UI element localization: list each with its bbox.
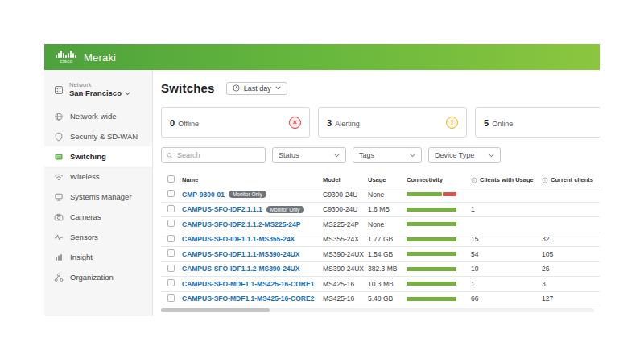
meraki-wordmark: Meraki <box>84 51 116 64</box>
row-checkbox[interactable] <box>167 294 175 302</box>
connectivity-bar <box>407 282 456 286</box>
status-card-online[interactable]: 5Online ✓ <box>475 107 600 138</box>
row-name-link[interactable]: CAMPUS-SFO-MDF1.1-MS425-16-CORE2 <box>182 294 314 302</box>
monitor-only-badge: Monitor Only <box>266 206 304 213</box>
row-checkbox[interactable] <box>167 249 175 257</box>
current-clients-info-icon[interactable] <box>542 177 548 183</box>
clock-icon <box>233 84 240 92</box>
sidebar-item-switching[interactable]: Switching <box>44 146 152 167</box>
sidebar-item-security-sdwan[interactable]: Security & SD-WAN <box>44 126 152 146</box>
cell-current-clients: 3 <box>542 280 600 288</box>
status-card-offline[interactable]: 0Offline × <box>161 107 310 138</box>
camera-icon <box>54 212 64 222</box>
column-header-connectivity[interactable]: Connectivity <box>407 176 471 183</box>
status-cards: 0Offline × 3Alerting ! 5Online ✓ <box>161 107 600 138</box>
status-card-alerting[interactable]: 3Alerting ! <box>318 107 467 138</box>
table-row[interactable]: CAMPUS-SFO-IDF1.1.2-MS390-24UX MS390-24U… <box>161 262 600 278</box>
network-selector[interactable]: Network San Francisco <box>44 76 152 106</box>
cell-model: MS390-24UX <box>323 265 368 273</box>
row-name-link[interactable]: CAMPUS-SFO-MDF1.1-MS425-16-CORE1 <box>182 280 314 288</box>
horizontal-scrollbar-track[interactable] <box>161 308 594 312</box>
row-checkbox[interactable] <box>167 235 175 242</box>
connectivity-segment <box>407 297 456 301</box>
row-name-link[interactable]: CMP-9300-01 <box>182 191 225 199</box>
sidebar-item-systems-manager[interactable]: Systems Manager <box>44 187 152 207</box>
row-checkbox[interactable] <box>167 265 175 272</box>
devices-icon <box>54 192 64 202</box>
horizontal-scrollbar-thumb[interactable] <box>161 308 270 312</box>
sidebar-item-sensors[interactable]: Sensors <box>44 227 152 247</box>
row-name-link[interactable]: CAMPUS-SFO-IDF1.1.1-MS390-24UX <box>182 250 299 258</box>
sidebar-item-network-wide[interactable]: Network-wide <box>44 106 152 126</box>
sidebar: Network San Francisco Network-wide <box>44 70 153 316</box>
search-input[interactable] <box>177 151 260 159</box>
filters-bar: Status Tags Device Type <box>161 147 600 163</box>
clients-info-icon[interactable] <box>471 177 477 183</box>
row-checkbox[interactable] <box>167 220 175 227</box>
cell-model: C9300-24U <box>323 205 368 213</box>
organization-icon <box>54 273 64 282</box>
sidebar-item-cameras[interactable]: Cameras <box>44 207 152 227</box>
table-row[interactable]: CAMPUS-SFO-IDF1.1.1-MS355-24X MS355-24X … <box>161 232 600 248</box>
table-row[interactable]: CAMPUS-SFO-IDF1.1.1-MS390-24UX MS390-24U… <box>161 247 600 262</box>
table-row[interactable]: CAMPUS-SFO-MDF1.1-MS425-16-CORE2 MS425-1… <box>161 292 600 307</box>
shield-icon <box>54 132 64 142</box>
cisco-logo[interactable]: cisco <box>56 51 77 64</box>
sidebar-item-label: Cameras <box>70 212 101 221</box>
row-name-link[interactable]: CAMPUS-SFO-IDF2.1.1.1 <box>182 205 262 213</box>
status-filter-label: Status <box>279 151 299 159</box>
chevron-down-icon <box>125 92 130 96</box>
connectivity-segment <box>407 237 456 241</box>
sidebar-item-label: Network-wide <box>70 112 117 121</box>
row-checkbox[interactable] <box>167 279 175 286</box>
network-wide-icon <box>54 112 64 121</box>
table-header-row: Name Model Usage Connectivity Clients wi… <box>161 173 600 187</box>
row-checkbox[interactable] <box>167 190 175 197</box>
cell-usage: 382.3 MB <box>368 265 407 273</box>
cisco-wordmark: cisco <box>60 59 72 64</box>
search-icon <box>167 152 173 159</box>
offline-label: Offline <box>178 120 199 128</box>
column-header-model[interactable]: Model <box>323 176 368 183</box>
sensor-icon <box>54 232 64 242</box>
cell-usage: None <box>368 191 407 199</box>
column-header-current-clients[interactable]: Current clients <box>542 176 600 183</box>
sidebar-item-insight[interactable]: Insight <box>44 247 152 267</box>
cell-usage: 1.54 GB <box>368 250 407 258</box>
connectivity-segment <box>407 222 456 226</box>
row-name-link[interactable]: CAMPUS-SFO-IDF1.1.2-MS390-24UX <box>182 265 299 273</box>
cell-usage: 1.77 GB <box>368 235 407 243</box>
select-all-checkbox[interactable] <box>167 175 175 183</box>
connectivity-bar <box>407 237 456 241</box>
table-row[interactable]: CAMPUS-SFO-MDF1.1-MS425-16-CORE1 MS425-1… <box>161 277 600 292</box>
cell-clients-with-usage: 1 <box>471 280 542 288</box>
sidebar-item-label: Security & SD-WAN <box>70 132 138 141</box>
row-name-link[interactable]: CAMPUS-SFO-IDF2.1.1.2-MS225-24P <box>182 220 300 228</box>
table-row[interactable]: CAMPUS-SFO-IDF2.1.1.1 Monitor Only C9300… <box>161 203 600 218</box>
cell-model: MS425-16 <box>323 294 368 302</box>
monitor-only-badge: Monitor Only <box>229 191 266 198</box>
column-header-usage[interactable]: Usage <box>368 176 407 183</box>
online-label: Online <box>492 120 513 128</box>
cell-clients-with-usage: 15 <box>471 235 542 243</box>
time-range-dropdown[interactable]: Last day <box>226 82 287 95</box>
chevron-down-icon <box>489 154 494 158</box>
table-row[interactable]: CMP-9300-01 Monitor Only C9300-24U None <box>161 187 600 203</box>
status-filter-dropdown[interactable]: Status <box>272 147 346 163</box>
table-row[interactable]: CAMPUS-SFO-IDF2.1.1.2-MS225-24P MS225-24… <box>161 217 600 232</box>
cell-model: MS390-24UX <box>323 250 368 258</box>
cell-model: C9300-24U <box>323 191 368 199</box>
sidebar-item-organization[interactable]: Organization <box>44 267 152 287</box>
row-checkbox[interactable] <box>167 205 175 212</box>
sidebar-item-wireless[interactable]: Wireless <box>44 167 152 187</box>
offline-icon: × <box>289 117 301 129</box>
search-box[interactable] <box>161 147 266 163</box>
cell-clients-with-usage: 10 <box>471 265 542 273</box>
tags-filter-dropdown[interactable]: Tags <box>353 147 422 163</box>
column-header-clients-with-usage[interactable]: Clients with Usage <box>471 176 542 183</box>
column-header-name[interactable]: Name <box>182 176 323 183</box>
cell-model: MS425-16 <box>323 280 368 288</box>
row-name-link[interactable]: CAMPUS-SFO-IDF1.1.1-MS355-24X <box>182 235 295 243</box>
cell-clients-with-usage: 1 <box>471 205 542 213</box>
device-type-filter-dropdown[interactable]: Device Type <box>428 147 501 163</box>
